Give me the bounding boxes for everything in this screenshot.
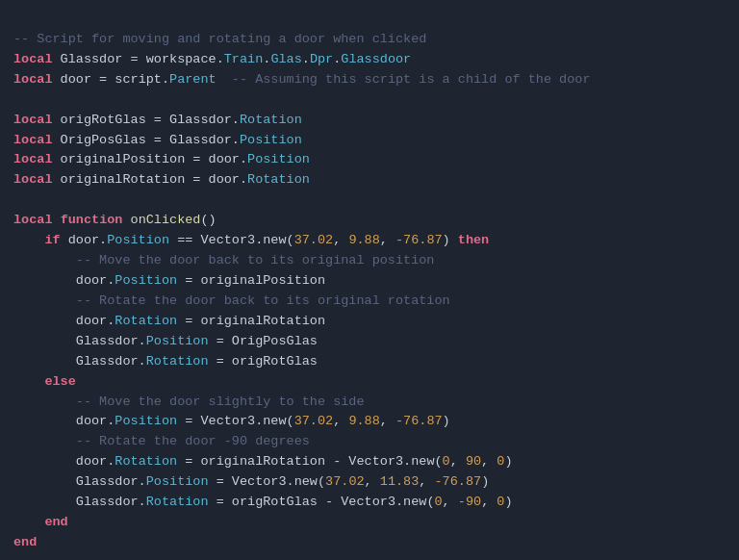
kw-local-2: local xyxy=(13,72,53,87)
num-12: -76.87 xyxy=(435,474,482,489)
kw-local-6: local xyxy=(13,172,53,187)
plain-16: = originalPosition xyxy=(177,273,325,288)
kw-local-3: local xyxy=(13,113,53,127)
comment-line-2: -- Assuming this script is a child of th… xyxy=(232,72,591,87)
num-8: 90 xyxy=(466,454,481,469)
plain-indent-14: Glassdor. xyxy=(13,495,146,509)
prop-rotation-2: Rotation xyxy=(247,172,310,187)
plain-4: origRotGlas = Glassdor. xyxy=(53,113,240,127)
kw-local-7: local xyxy=(13,213,53,227)
plain-3 xyxy=(217,72,232,87)
plain-34: , xyxy=(481,495,497,509)
prop-position-2: Position xyxy=(247,152,310,166)
plain-7: originalRotation = door. xyxy=(53,172,248,187)
plain-19: = origRotGlas xyxy=(209,354,318,369)
prop-position-7: Position xyxy=(146,474,209,489)
num-7: 0 xyxy=(443,454,450,469)
kw-local-5: local xyxy=(13,152,53,166)
plain-31: ) xyxy=(481,474,489,489)
plain-11: door. xyxy=(61,233,108,247)
plain-indent-3: door. xyxy=(13,273,115,288)
num-2: 9.88 xyxy=(348,233,379,247)
plain-26: , xyxy=(481,454,497,469)
prop-parent: Parent xyxy=(169,72,217,87)
plain-indent-7: Glassdor. xyxy=(13,354,146,369)
plain-17: = originalRotation xyxy=(177,314,325,328)
plain-33: , xyxy=(443,495,458,509)
plain-indent-10: door. xyxy=(13,414,115,428)
plain-22: , xyxy=(380,414,395,428)
prop-glassdoor: Glassdoor xyxy=(341,52,411,66)
plain-9 xyxy=(122,213,130,227)
plain-indent-13: Glassdor. xyxy=(13,474,146,489)
plain-1: Glassdor = workspace. xyxy=(53,52,224,66)
plain-indent-15 xyxy=(13,515,44,529)
plain-indent-5: door. xyxy=(13,314,115,328)
prop-position-1: Position xyxy=(240,133,302,147)
plain-5: OrigPosGlas = Glassdor. xyxy=(53,133,240,147)
kw-if-1: if xyxy=(44,233,60,247)
plain-indent-4 xyxy=(13,293,76,308)
comment-line-1: -- Script for moving and rotating a door… xyxy=(13,32,426,46)
num-6: -76.87 xyxy=(395,414,443,428)
comment-line-5: -- Move the door slightly to the side xyxy=(76,395,365,409)
prop-rotation-3: Rotation xyxy=(115,314,177,328)
fn-onclicked: onClicked xyxy=(131,213,201,227)
plain-indent-6: Glassdor. xyxy=(13,334,146,348)
plain-indent-2 xyxy=(13,253,76,267)
prop-glas: Glas xyxy=(270,52,301,66)
plain-12: == Vector3.new( xyxy=(169,233,294,247)
num-4: 37.02 xyxy=(294,414,334,428)
plain-6: originalPosition = door. xyxy=(53,152,248,166)
plain-29: , xyxy=(365,474,380,489)
prop-dpr: Dpr xyxy=(310,52,333,66)
plain-18: = OrigPosGlas xyxy=(209,334,318,348)
kw-end-2: end xyxy=(13,535,37,549)
plain-28: = Vector3.new( xyxy=(209,474,326,489)
prop-position-4: Position xyxy=(115,273,177,288)
plain-35: ) xyxy=(504,495,512,509)
num-5: 9.88 xyxy=(348,414,379,428)
plain-indent-11 xyxy=(13,434,76,448)
comment-line-4: -- Rotate the door back to its original … xyxy=(76,293,450,308)
plain-32: = origRotGlas - Vector3.new( xyxy=(209,495,435,509)
plain-indent-9 xyxy=(13,395,76,409)
plain-24: = originalRotation - Vector3.new( xyxy=(177,454,442,469)
plain-8 xyxy=(53,213,61,227)
plain-23: ) xyxy=(443,414,450,428)
prop-rotation-5: Rotation xyxy=(115,454,177,469)
prop-position-5: Position xyxy=(146,334,209,348)
comment-line-3: -- Move the door back to its original po… xyxy=(76,253,435,267)
num-1: 37.02 xyxy=(294,233,334,247)
plain-2: door = script. xyxy=(53,72,170,87)
num-3: -76.87 xyxy=(395,233,443,247)
plain-20: = Vector3.new( xyxy=(177,414,294,428)
plain-dot-2: . xyxy=(302,52,310,66)
prop-rotation-4: Rotation xyxy=(146,354,209,369)
kw-else-1: else xyxy=(44,374,75,389)
prop-position-6: Position xyxy=(115,414,177,428)
comment-line-6: -- Rotate the door -90 degrees xyxy=(76,434,310,448)
prop-rotation-1: Rotation xyxy=(240,113,302,127)
num-14: -90 xyxy=(458,495,481,509)
plain-indent-8 xyxy=(13,374,44,389)
num-10: 37.02 xyxy=(325,474,365,489)
kw-function-1: function xyxy=(61,213,123,227)
kw-local-4: local xyxy=(13,133,53,147)
plain-10: () xyxy=(200,213,216,227)
plain-13: , xyxy=(333,233,348,247)
kw-local-1: local xyxy=(13,52,53,66)
prop-train: Train xyxy=(224,52,264,66)
plain-indent-12: door. xyxy=(13,454,115,469)
code-editor: -- Script for moving and rotating a door… xyxy=(13,10,726,560)
prop-position-3: Position xyxy=(107,233,169,247)
num-13: 0 xyxy=(435,495,443,509)
plain-30: , xyxy=(419,474,434,489)
plain-27: ) xyxy=(504,454,512,469)
plain-14: , xyxy=(380,233,395,247)
plain-25: , xyxy=(450,454,466,469)
plain-15: ) xyxy=(443,233,458,247)
prop-rotation-6: Rotation xyxy=(146,495,209,509)
plain-indent-1 xyxy=(13,233,44,247)
plain-21: , xyxy=(333,414,348,428)
